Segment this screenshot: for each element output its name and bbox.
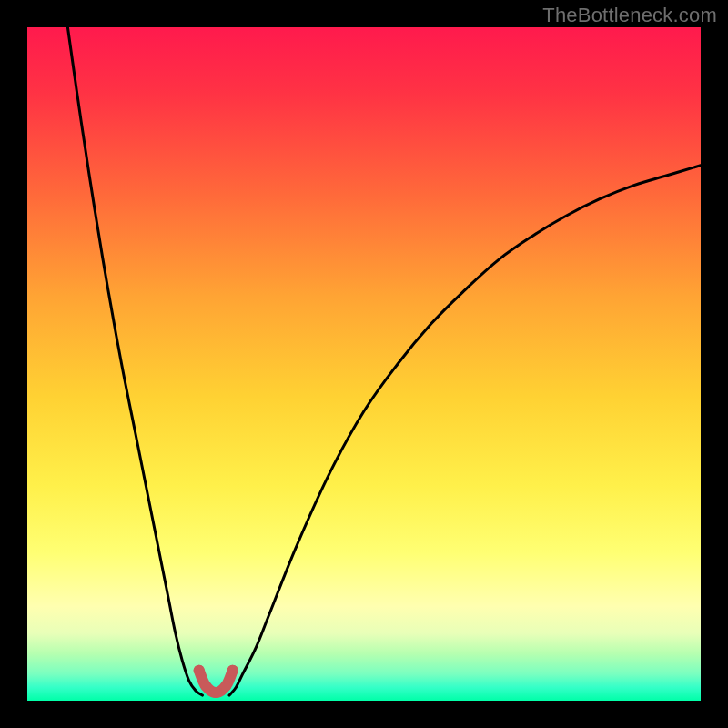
chart-frame: TheBottleneck.com	[0, 0, 728, 728]
curve-svg	[27, 27, 701, 701]
optimum-marker-dot	[200, 681, 211, 692]
watermark-text: TheBottleneck.com	[542, 4, 717, 27]
optimum-marker-dot	[210, 687, 221, 698]
plot-area	[27, 27, 701, 701]
optimum-marker-dot	[220, 681, 231, 692]
optimum-marker-dot	[194, 665, 205, 676]
curve-left-branch	[67, 27, 202, 695]
optimum-marker-dot	[228, 665, 238, 676]
curve-right-branch	[229, 166, 701, 695]
